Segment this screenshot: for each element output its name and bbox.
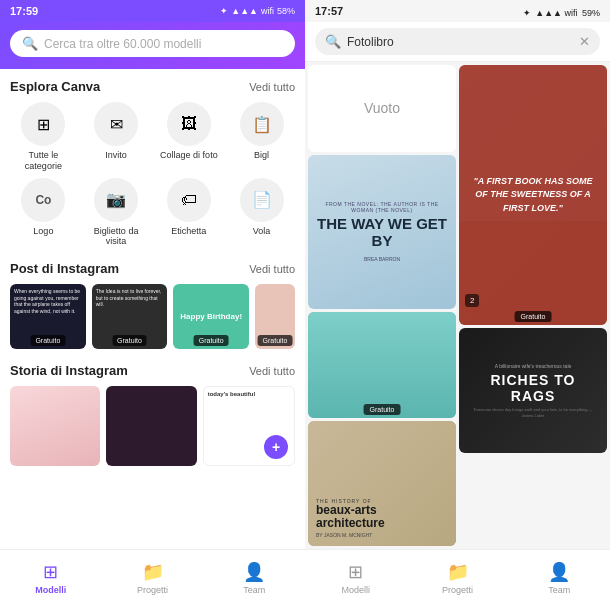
riches-title: RICHES TO RAGS (467, 372, 599, 404)
invito-label: Invito (105, 150, 127, 161)
left-search-container: 🔍 Cerca tra oltre 60.000 modelli (0, 22, 305, 69)
arch-title: beaux-arts architecture (316, 504, 448, 530)
storia-grid: today's beautiful + (10, 386, 295, 466)
storia-see-all[interactable]: Vedi tutto (249, 365, 295, 377)
gratuito-badge-4: Gratuito (258, 335, 293, 346)
category-logo[interactable]: Co Logo (10, 178, 77, 248)
gratuito-badge-quote: Gratuito (515, 311, 552, 322)
card-architecture[interactable]: THE HISTORY OF beaux-arts architecture B… (308, 421, 456, 546)
storia-item-2[interactable] (106, 386, 196, 466)
team-icon: 👤 (243, 561, 265, 583)
gratuito-badge-3: Gratuito (194, 335, 229, 346)
right-modelli-icon: ⊞ (348, 561, 363, 583)
nav-team-left[interactable]: 👤 Team (203, 561, 305, 595)
modelli-label: Modelli (35, 585, 66, 595)
right-search-container: 🔍 ✕ (305, 22, 610, 62)
progetti-icon: 📁 (142, 561, 164, 583)
nav-progetti-left[interactable]: 📁 Progetti (102, 561, 204, 595)
left-search-bar[interactable]: 🔍 Cerca tra oltre 60.000 modelli (10, 30, 295, 57)
storia-item-3[interactable]: today's beautiful + (203, 386, 295, 466)
battery-icon: 58% (277, 6, 295, 16)
biglietto-icon: 📷 (94, 178, 138, 222)
wifi-icon: wifi (261, 6, 274, 16)
results-right-col: "A FIRST BOOK HAS SOME OF THE SWEETNESS … (459, 65, 607, 546)
gratuito-badge-1: Gratuito (30, 335, 65, 346)
category-tutte[interactable]: ⊞ Tutte le categorie (10, 102, 77, 172)
bigl-label: Bigl (254, 150, 269, 161)
gratuito-badge-friends: Gratuito (364, 404, 401, 415)
clear-icon[interactable]: ✕ (579, 34, 590, 49)
instagram-posts-header: Post di Instagram Vedi tutto (10, 261, 295, 276)
book-way-subtitle: FROM THE NOVEL: THE AUTHOR IS THE WOMAN … (316, 201, 448, 213)
card-quote[interactable]: "A FIRST BOOK HAS SOME OF THE SWEETNESS … (459, 65, 607, 325)
right-search-bar[interactable]: 🔍 ✕ (315, 28, 600, 55)
instagram-post-3[interactable]: Happy Birthday! Gratuito (173, 284, 249, 349)
right-bottom-nav: ⊞ Modelli 📁 Progetti 👤 Team (305, 549, 610, 605)
post2-text: The Idea is not to live forever, but to … (92, 284, 168, 312)
instagram-posts-title: Post di Instagram (10, 261, 119, 276)
card-riches[interactable]: A billionaire wife's treacherous tale RI… (459, 328, 607, 453)
birthday-text: Happy Birthday! (180, 312, 242, 321)
category-collage[interactable]: 🖼 Collage di foto (156, 102, 223, 172)
nav-modelli-left[interactable]: ⊞ Modelli (0, 561, 102, 595)
nav-progetti-right[interactable]: 📁 Progetti (407, 561, 509, 595)
right-status-icons: ✦ ▲▲▲ wifi 59% (523, 2, 600, 20)
storia-title: Storia di Instagram (10, 363, 128, 378)
right-progetti-icon: 📁 (447, 561, 469, 583)
storia-1-inner (10, 386, 100, 466)
storia-add-button[interactable]: + (264, 435, 288, 459)
categories-grid: ⊞ Tutte le categorie ✉ Invito 🖼 Collage … (10, 102, 295, 247)
right-search-icon: 🔍 (325, 34, 341, 49)
category-biglietto[interactable]: 📷 Biglietto da visita (83, 178, 150, 248)
left-panel: 17:59 ✦ ▲▲▲ wifi 58% 🔍 Cerca tra oltre 6… (0, 0, 305, 605)
post1-text: When everything seems to be going agains… (10, 284, 86, 318)
right-team-label: Team (548, 585, 570, 595)
right-panel: 17:57 ✦ ▲▲▲ wifi 59% 🔍 ✕ Vuoto (305, 0, 610, 605)
left-content-area: Esplora Canva Vedi tutto ⊞ Tutte le cate… (0, 69, 305, 549)
biglietto-label: Biglietto da visita (83, 226, 150, 248)
collage-label: Collage di foto (160, 150, 218, 161)
nav-team-right[interactable]: 👤 Team (508, 561, 610, 595)
instagram-see-all[interactable]: Vedi tutto (249, 263, 295, 275)
team-label: Team (243, 585, 265, 595)
arch-author: BY JASON M. MCNIGHT (316, 532, 448, 538)
left-status-icons: ✦ ▲▲▲ wifi 58% (220, 6, 295, 16)
modelli-icon: ⊞ (43, 561, 58, 583)
esplora-see-all[interactable]: Vedi tutto (249, 81, 295, 93)
instagram-post-4[interactable]: Gratuito (255, 284, 295, 349)
bigl-icon: 📋 (240, 102, 284, 146)
instagram-posts-row: When everything seems to be going agains… (10, 284, 295, 349)
tutte-icon: ⊞ (21, 102, 65, 146)
card-book-way[interactable]: FROM THE NOVEL: THE AUTHOR IS THE WOMAN … (308, 155, 456, 310)
right-signal-icon: ▲▲▲ (535, 8, 564, 18)
nav-modelli-right[interactable]: ⊞ Modelli (305, 561, 407, 595)
category-bigl[interactable]: 📋 Bigl (228, 102, 295, 172)
riches-subtitle2: Tomorrow choice day brings swift and you… (467, 407, 599, 417)
category-etichetta[interactable]: 🏷 Etichetta (156, 178, 223, 248)
category-vola[interactable]: 📄 Vola (228, 178, 295, 248)
left-time: 17:59 (10, 5, 38, 17)
gratuito-badge-2: Gratuito (112, 335, 147, 346)
signal-icon: ▲▲▲ (231, 6, 258, 16)
esplora-header: Esplora Canva Vedi tutto (10, 79, 295, 94)
search-icon: 🔍 (22, 36, 38, 51)
category-invito[interactable]: ✉ Invito (83, 102, 150, 172)
book-way-title: THE WAY WE GET BY (316, 216, 448, 249)
invito-icon: ✉ (94, 102, 138, 146)
friends-inner (308, 312, 456, 418)
storia-header: Storia di Instagram Vedi tutto (10, 363, 295, 378)
card-friends[interactable]: Gratuito (308, 312, 456, 418)
instagram-post-2[interactable]: The Idea is not to live forever, but to … (92, 284, 168, 349)
results-container: Vuoto FROM THE NOVEL: THE AUTHOR IS THE … (305, 62, 610, 549)
right-search-input[interactable] (347, 35, 573, 49)
right-wifi-icon: wifi (565, 8, 578, 18)
results-left-col: Vuoto FROM THE NOVEL: THE AUTHOR IS THE … (308, 65, 456, 546)
card-vuoto[interactable]: Vuoto (308, 65, 456, 152)
instagram-post-1[interactable]: When everything seems to be going agains… (10, 284, 86, 349)
etichetta-label: Etichetta (171, 226, 206, 237)
right-modelli-label: Modelli (342, 585, 371, 595)
right-content: Vuoto FROM THE NOVEL: THE AUTHOR IS THE … (305, 62, 610, 605)
arch-inner: THE HISTORY OF beaux-arts architecture B… (308, 421, 456, 546)
storia-item-1[interactable] (10, 386, 100, 466)
vuoto-label: Vuoto (364, 100, 400, 116)
